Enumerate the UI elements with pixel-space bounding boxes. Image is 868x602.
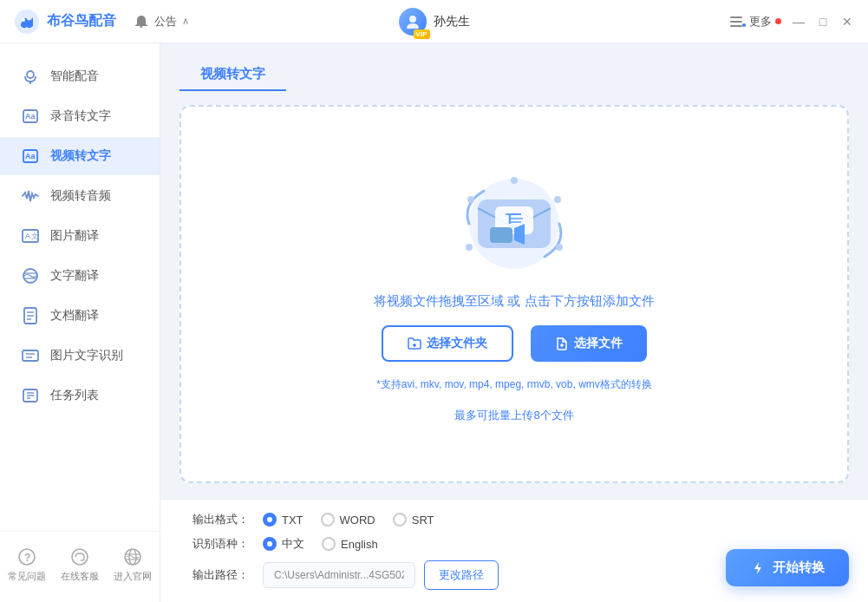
sidebar-item-text-translate[interactable]: 文字翻译 [0,257,160,295]
word-label: WORD [340,514,375,527]
format-row: 输出格式： TXT WORD SRT [179,512,849,527]
srt-radio[interactable] [393,513,407,527]
start-btn-label: 开始转换 [773,559,825,576]
sidebar-label-image-translate: 图片翻译 [50,228,99,244]
notice-chevron: ∧ [182,16,189,27]
lang-chinese[interactable]: 中文 [263,536,304,552]
upload-svg: T [445,165,584,278]
more-button[interactable]: 更多 [730,14,781,29]
notification-dot [775,18,781,24]
path-input-row: 更改路径 [263,560,499,590]
main-layout: 智能配音 Aa 录音转文字 Aa 视频转文字 [0,43,868,602]
sidebar-label-audio-to-text: 录音转文字 [50,108,111,124]
service-button[interactable]: 在线客服 [54,542,106,588]
svg-point-49 [511,177,518,184]
format-word[interactable]: WORD [321,513,375,527]
sidebar-label-doc-translate: 文档翻译 [50,308,99,324]
format-hint: *支持avi, mkv, mov, mp4, mpeg, rmvb, vob, … [376,377,652,392]
svg-rect-24 [23,350,38,361]
format-label: 输出格式： [179,512,249,527]
txt-radio[interactable] [263,513,277,527]
website-button[interactable]: 进入官网 [107,542,159,588]
svg-text:A: A [25,232,30,240]
list-icon [21,386,40,405]
srt-label: SRT [412,514,434,527]
select-folder-button[interactable]: 选择文件夹 [382,325,513,362]
svg-point-48 [554,196,561,203]
logo-icon [14,9,40,35]
change-path-button[interactable]: 更改路径 [424,560,499,590]
svg-point-33 [72,549,88,565]
svg-point-1 [22,18,25,22]
notice-button[interactable]: 公告 ∧ [134,14,189,29]
audio-text-icon: Aa [21,107,40,126]
question-icon: ? [17,547,36,566]
sidebar-item-video-to-text[interactable]: Aa 视频转文字 [0,137,160,175]
ocr-icon [21,346,40,365]
sidebar-item-doc-translate[interactable]: 文档翻译 [0,297,160,335]
faq-label: 常见问题 [8,570,46,583]
english-radio[interactable] [322,537,336,551]
more-label: 更多 [749,14,772,29]
video-text-icon: Aa [21,147,40,166]
more-icon [730,16,746,28]
batch-hint: 最多可批量上传8个文件 [454,408,573,423]
sidebar-label-smart-voice: 智能配音 [50,69,99,84]
lang-label: 识别语种： [179,536,249,552]
tab-video-to-text[interactable]: 视频转文字 [179,59,286,91]
faq-button[interactable]: ? 常见问题 [1,542,53,588]
sidebar-item-smart-voice[interactable]: 智能配音 [0,57,160,95]
svg-rect-4 [730,16,742,18]
upload-main-text: 将视频文件拖拽至区域 或 点击下方按钮添加文件 [374,293,654,310]
username: 孙先生 [434,14,470,29]
svg-text:Aa: Aa [25,112,36,121]
svg-point-3 [409,16,416,23]
sidebar-item-image-ocr[interactable]: 图片文字识别 [0,337,160,375]
maximize-button[interactable]: □ [816,15,830,29]
upload-dropzone[interactable]: T [179,105,849,483]
doc-translate-icon [21,306,40,325]
lang-radio-group: 中文 English [263,536,378,552]
svg-rect-5 [730,21,742,23]
waveform-icon [21,186,40,206]
path-input[interactable] [263,562,415,588]
tab-bar: 视频转文字 [179,59,849,91]
sidebar-item-video-to-audio[interactable]: 视频转音频 [0,177,160,215]
globe-icon [123,547,142,566]
sidebar-item-audio-to-text[interactable]: Aa 录音转文字 [0,97,160,135]
notice-label: 公告 [154,14,177,29]
start-convert-button[interactable]: 开始转换 [726,549,849,586]
sidebar-item-task-list[interactable]: 任务列表 [0,376,160,415]
service-label: 在线客服 [61,570,99,583]
format-txt[interactable]: TXT [263,513,303,527]
format-srt[interactable]: SRT [393,513,434,527]
txt-label: TXT [282,514,303,527]
svg-text:文: 文 [31,232,38,240]
svg-rect-45 [490,227,512,243]
english-label: English [341,538,378,551]
minimize-button[interactable]: — [792,15,806,29]
window-controls: 更多 — □ ✕ [730,14,854,29]
service-icon [70,547,89,566]
chinese-label: 中文 [282,536,304,552]
close-button[interactable]: ✕ [840,15,854,29]
app-logo: 布谷鸟配音 [14,9,116,35]
sidebar-label-video-to-text: 视频转文字 [50,148,111,164]
svg-point-50 [466,244,473,251]
word-radio[interactable] [321,513,335,527]
chinese-radio[interactable] [263,537,277,551]
format-radio-group: TXT WORD SRT [263,513,434,527]
path-label: 输出路径： [179,567,249,583]
sidebar-label-task-list: 任务列表 [50,388,99,403]
sidebar-bottom: ? 常见问题 在线客服 [0,531,160,588]
lang-english[interactable]: English [322,537,378,551]
website-label: 进入官网 [114,570,152,583]
sidebar-item-image-translate[interactable]: A 文 图片翻译 [0,217,160,255]
svg-point-47 [467,196,474,203]
svg-text:?: ? [24,552,30,564]
mic-icon [21,67,40,86]
svg-point-7 [742,23,746,27]
avatar-icon [404,13,421,30]
sidebar-label-text-translate: 文字翻译 [50,268,99,284]
select-file-button[interactable]: 选择文件 [531,325,647,362]
